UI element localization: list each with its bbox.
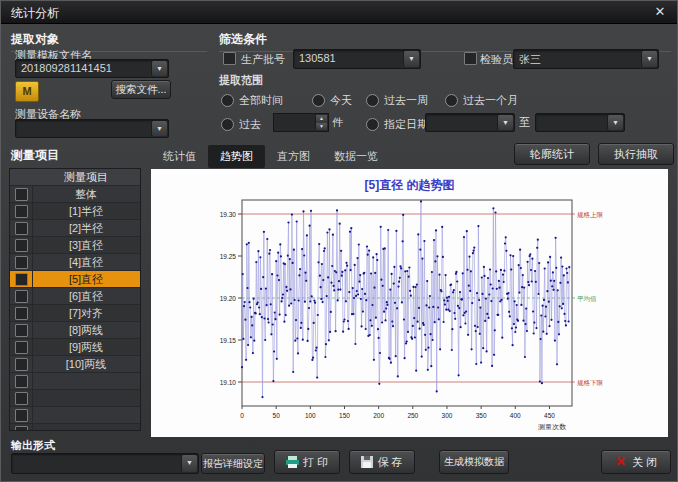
row-label: [1]半径 [32,204,140,219]
row-checkbox[interactable] [15,188,28,201]
range-label: 提取范围 [219,73,263,88]
svg-text:规格上限: 规格上限 [577,211,604,219]
row-checkbox[interactable] [15,273,28,286]
item-row-6[interactable]: [5]直径 [10,271,140,288]
svg-text:19.15: 19.15 [220,337,237,344]
batch-label: 生产批号 [241,52,285,67]
template-filename-value: 201809281141451 [21,62,150,74]
date-to-dropdown[interactable]: ▼ [535,113,625,132]
item-row-9[interactable]: [8]两线 [10,322,140,339]
svg-text:300: 300 [442,412,453,419]
save-button[interactable]: 保 存 [349,450,415,474]
row-checkbox-cell [10,271,33,287]
measurement-items-table: 测量项目整体[1]半径[2]半径[3]直径[4]直径[5]直径[6]直径[7]对… [9,168,141,431]
row-checkbox[interactable] [15,205,28,218]
window-title: 统计分析 [11,5,59,22]
print-button[interactable]: 打 印 [274,450,340,474]
chevron-down-icon[interactable]: ▼ [151,61,167,76]
svg-text:规格下限: 规格下限 [577,379,604,387]
batch-dropdown[interactable]: 130581 ▼ [293,49,421,69]
item-row-10[interactable]: [9]两线 [10,339,140,356]
row-checkbox[interactable] [15,256,28,269]
item-row-7[interactable]: [6]直径 [10,288,140,305]
past-count-stepper[interactable]: ▲▼ [273,113,329,132]
items-header[interactable]: 测量项目 [10,169,140,186]
report-settings-button[interactable]: 报告详细设定 [201,453,265,474]
section-items: 测量项目 [11,147,141,167]
item-row-empty[interactable] [10,390,140,407]
row-checkbox[interactable] [15,239,28,252]
search-file-button[interactable]: 搜索文件... [111,80,171,99]
row-checkbox[interactable] [15,392,28,405]
svg-text:250: 250 [407,412,418,419]
row-checkbox-cell [10,186,33,202]
item-row-2[interactable]: [1]半径 [10,203,140,220]
item-row-3[interactable]: [2]半径 [10,220,140,237]
radio-past[interactable]: 过去 [221,115,261,129]
tab-3[interactable]: 直方图 [265,145,322,168]
radio-range-3[interactable]: 过去一周 [366,91,428,105]
row-label: [3]直径 [32,238,140,253]
item-row-4[interactable]: [3]直径 [10,237,140,254]
row-checkbox[interactable] [15,307,28,320]
row-checkbox-cell [10,288,33,304]
row-checkbox[interactable] [15,409,28,422]
radio-label: 今天 [330,94,352,106]
inspector-checkbox[interactable] [464,52,477,65]
tab-4[interactable]: 数据一览 [322,145,390,168]
item-row-empty[interactable] [10,373,140,390]
radio-specified-date[interactable]: 指定日期 [366,115,428,129]
row-checkbox[interactable] [15,426,28,431]
radio-label: 全部时间 [239,94,283,106]
contour-statistics-button[interactable]: 轮廓统计 [514,143,590,165]
row-checkbox-cell [10,254,33,270]
measure-file-icon[interactable]: M [15,81,39,102]
item-row-5[interactable]: [4]直径 [10,254,140,271]
stepper-up-icon[interactable]: ▲ [315,115,327,123]
chevron-down-icon[interactable]: ▼ [641,51,657,67]
close-button[interactable]: ✕关 闭 [601,450,671,474]
radio-range-2[interactable]: 今天 [312,91,352,105]
radio-label: 过去一个月 [463,94,518,106]
radio-range-1[interactable]: 全部时间 [221,91,283,105]
output-format-dropdown[interactable]: ▼ [11,453,199,474]
radio-icon [445,94,458,107]
close-x-icon: ✕ [615,454,626,469]
row-checkbox[interactable] [15,341,28,354]
save-icon [361,456,373,468]
item-row-8[interactable]: [7]对齐 [10,305,140,322]
stepper-down-icon[interactable]: ▼ [315,123,327,131]
row-checkbox[interactable] [15,324,28,337]
chevron-down-icon[interactable]: ▼ [607,115,623,130]
item-row-11[interactable]: [10]两线 [10,356,140,373]
window-close-icon[interactable]: ✕ [649,3,671,21]
tab-2[interactable]: 趋势图 [208,145,265,168]
item-row-1[interactable]: 整体 [10,186,140,203]
row-checkbox[interactable] [15,358,28,371]
chevron-down-icon[interactable]: ▼ [497,115,513,130]
radio-range-4[interactable]: 过去一个月 [445,91,518,105]
tab-1[interactable]: 统计值 [151,145,208,168]
chevron-down-icon[interactable]: ▼ [151,121,167,136]
row-label: [2]半径 [32,221,140,236]
row-checkbox[interactable] [15,375,28,388]
chart-tabs: 统计值趋势图直方图数据一览 [151,144,390,168]
execute-extract-button[interactable]: 执行抽取 [598,143,674,165]
item-row-empty[interactable] [10,407,140,424]
svg-text:350: 350 [476,412,487,419]
row-checkbox[interactable] [15,290,28,303]
generate-mock-data-button[interactable]: 生成模拟数据 [439,450,509,474]
row-checkbox-cell [10,407,33,423]
inspector-dropdown[interactable]: 张三 ▼ [513,49,659,69]
date-from-dropdown[interactable]: ▼ [425,113,515,132]
chevron-down-icon[interactable]: ▼ [181,455,197,472]
chevron-down-icon[interactable]: ▼ [403,51,419,67]
row-checkbox-cell [10,390,33,406]
item-row-empty[interactable] [10,424,140,431]
device-name-dropdown[interactable]: ▼ [15,119,169,138]
row-checkbox-cell [10,356,33,372]
row-checkbox[interactable] [15,222,28,235]
template-filename-dropdown[interactable]: 201809281141451 ▼ [15,59,169,78]
batch-checkbox[interactable] [223,52,236,65]
title-bar: 统计分析 ✕ [1,1,677,24]
